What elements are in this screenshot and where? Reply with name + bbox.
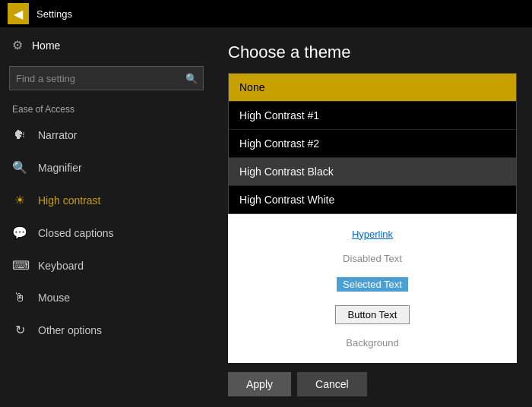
sidebar: ⚙ Home 🔍 Ease of Access 🗣 Narrator 🔍 Mag… — [0, 27, 213, 407]
sidebar-item-label: Keyboard — [38, 260, 84, 272]
window-title: Settings — [36, 8, 72, 20]
narrator-icon: 🗣 — [12, 128, 27, 142]
theme-option-hc1[interactable]: High Contrast #1 — [229, 102, 516, 130]
theme-option-none[interactable]: None — [229, 74, 516, 102]
other-options-icon: ↻ — [12, 323, 27, 337]
sidebar-item-label: Mouse — [38, 292, 70, 304]
sidebar-item-label: Narrator — [38, 129, 77, 141]
preview-disabled-text: Disabled Text — [343, 253, 402, 264]
main-layout: ⚙ Home 🔍 Ease of Access 🗣 Narrator 🔍 Mag… — [0, 27, 532, 407]
theme-option-hcw[interactable]: High Contrast White — [229, 186, 516, 213]
sidebar-item-closed-captions[interactable]: 💬 Closed captions — [0, 216, 213, 249]
sidebar-item-mouse[interactable]: 🖱 Mouse — [0, 282, 213, 314]
keyboard-icon: ⌨ — [12, 258, 27, 273]
cancel-button[interactable]: Cancel — [297, 372, 367, 396]
apply-button[interactable]: Apply — [228, 372, 291, 396]
sidebar-item-narrator[interactable]: 🗣 Narrator — [0, 119, 213, 151]
closed-captions-icon: 💬 — [12, 226, 27, 240]
sidebar-item-magnifier[interactable]: 🔍 Magnifier — [0, 151, 213, 184]
sidebar-item-keyboard[interactable]: ⌨ Keyboard — [0, 249, 213, 282]
sidebar-item-other-options[interactable]: ↻ Other options — [0, 314, 213, 346]
sidebar-item-high-contrast[interactable]: ☀ High contrast — [0, 184, 213, 216]
mouse-icon: 🖱 — [12, 291, 27, 304]
preview-selected-text: Selected Text — [337, 277, 408, 292]
sidebar-item-label: Magnifier — [38, 162, 82, 174]
sidebar-item-home[interactable]: ⚙ Home — [0, 27, 213, 63]
preview-box: Hyperlink Disabled Text Selected Text Bu… — [228, 214, 517, 363]
high-contrast-icon: ☀ — [12, 193, 27, 207]
preview-button-text: Button Text — [335, 305, 410, 324]
theme-dropdown[interactable]: None High Contrast #1 High Contrast #2 H… — [228, 73, 517, 214]
back-icon: ◀ — [14, 7, 23, 21]
home-icon: ⚙ — [12, 38, 23, 52]
home-label: Home — [32, 39, 60, 52]
search-input[interactable] — [10, 73, 180, 84]
sidebar-item-label: Other options — [38, 324, 102, 336]
sidebar-item-label: Closed captions — [38, 227, 114, 239]
footer-buttons: Apply Cancel — [228, 363, 517, 399]
ease-of-access-label: Ease of Access — [0, 98, 213, 119]
preview-hyperlink: Hyperlink — [352, 229, 393, 240]
search-box[interactable]: 🔍 — [9, 66, 204, 90]
theme-option-hcb[interactable]: High Contrast Black — [229, 158, 516, 186]
content-area: Choose a theme None High Contrast #1 Hig… — [213, 27, 532, 407]
sidebar-item-label: High contrast — [38, 194, 100, 207]
theme-option-hc2[interactable]: High Contrast #2 — [229, 130, 516, 158]
title-bar: ◀ Settings — [0, 0, 532, 27]
back-button[interactable]: ◀ — [8, 3, 29, 24]
magnifier-icon: 🔍 — [12, 160, 27, 175]
search-icon[interactable]: 🔍 — [180, 67, 203, 90]
preview-background-text: Background — [346, 337, 398, 349]
page-title: Choose a theme — [228, 43, 517, 62]
